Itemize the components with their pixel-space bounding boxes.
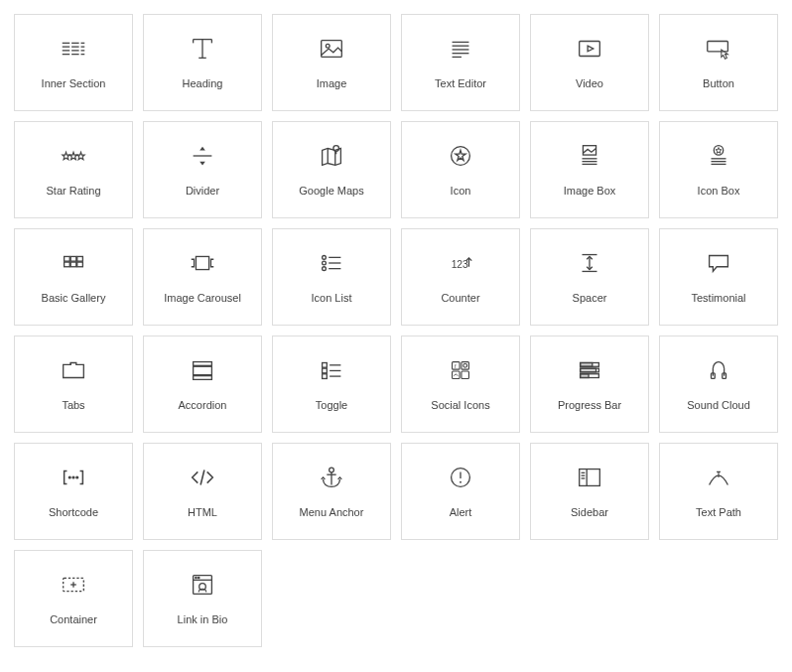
widget-text-path[interactable]: Text Path xyxy=(659,443,778,540)
svg-point-102 xyxy=(198,578,199,579)
spacer-icon xyxy=(575,248,604,278)
widget-image[interactable]: Image xyxy=(272,14,391,111)
widget-heading[interactable]: Heading xyxy=(143,14,262,111)
widget-label: Button xyxy=(703,77,734,90)
widget-label: Accordion xyxy=(179,399,227,412)
widget-accordion[interactable]: Accordion xyxy=(143,336,262,433)
svg-rect-40 xyxy=(70,257,76,262)
widget-label: Social Icons xyxy=(431,399,489,412)
link-in-bio-icon xyxy=(188,570,217,600)
widget-label: Sound Cloud xyxy=(687,399,750,412)
widget-label: Divider xyxy=(186,185,219,198)
widget-image-box[interactable]: Image Box xyxy=(530,121,649,218)
svg-point-48 xyxy=(323,262,327,266)
widget-label: Heading xyxy=(183,77,223,90)
widget-label: Video xyxy=(576,77,603,90)
widget-label: Link in Bio xyxy=(178,613,228,626)
widget-sound-cloud[interactable]: Sound Cloud xyxy=(659,336,778,433)
svg-point-90 xyxy=(460,481,462,483)
svg-rect-25 xyxy=(708,42,728,52)
widget-text-editor[interactable]: Text Editor xyxy=(401,14,520,111)
widgets-grid: Inner Section Heading Image Text Editor … xyxy=(14,14,778,647)
svg-point-50 xyxy=(323,267,327,271)
testimonial-icon xyxy=(704,248,733,278)
svg-rect-42 xyxy=(65,262,70,267)
widget-icon-list[interactable]: Icon List xyxy=(272,228,391,326)
widget-label: Icon List xyxy=(312,292,352,305)
widget-progress-bar[interactable]: Progress Bar xyxy=(530,336,649,433)
heading-icon xyxy=(188,34,217,64)
sound-cloud-icon xyxy=(704,355,733,385)
widget-label: Google Maps xyxy=(299,185,363,198)
widget-button[interactable]: Button xyxy=(659,14,778,111)
html-icon xyxy=(188,463,217,492)
google-maps-icon xyxy=(317,141,346,171)
widget-image-carousel[interactable]: Image Carousel xyxy=(143,228,262,326)
widget-label: Container xyxy=(50,613,97,626)
counter-icon: 123 xyxy=(446,248,475,278)
widget-sidebar[interactable]: Sidebar xyxy=(530,443,649,540)
widget-link-in-bio[interactable]: Link in Bio xyxy=(143,550,262,647)
basic-gallery-icon xyxy=(59,248,88,278)
widget-label: Image Box xyxy=(564,185,616,198)
widget-testimonial[interactable]: Testimonial xyxy=(659,228,778,326)
svg-rect-39 xyxy=(65,257,70,262)
tabs-icon xyxy=(59,355,88,385)
text-path-icon xyxy=(704,463,733,492)
svg-rect-24 xyxy=(580,42,600,57)
inner-section-icon xyxy=(59,34,88,64)
svg-rect-65 xyxy=(323,374,328,379)
widget-icon-box[interactable]: Icon Box xyxy=(659,121,778,218)
svg-point-85 xyxy=(330,469,334,473)
shortcode-icon xyxy=(59,463,88,492)
alert-icon xyxy=(446,463,475,492)
widget-alert[interactable]: Alert xyxy=(401,443,520,540)
widget-social-icons[interactable]: f Social Icons xyxy=(401,336,520,433)
widget-counter[interactable]: 123 Counter xyxy=(401,228,520,326)
svg-point-101 xyxy=(196,578,197,579)
svg-rect-59 xyxy=(194,367,212,375)
svg-rect-61 xyxy=(323,363,328,368)
widget-label: Star Rating xyxy=(46,185,100,198)
social-icons-icon: f xyxy=(446,355,475,385)
image-icon xyxy=(317,34,346,64)
widget-container[interactable]: Container xyxy=(14,550,133,647)
svg-point-81 xyxy=(68,477,70,479)
widget-tabs[interactable]: Tabs xyxy=(14,336,133,433)
svg-rect-45 xyxy=(196,257,208,270)
icon-icon xyxy=(446,141,475,171)
widget-toggle[interactable]: Toggle xyxy=(272,336,391,433)
svg-point-18 xyxy=(326,45,330,49)
text-editor-icon xyxy=(446,34,475,64)
widget-divider[interactable]: Divider xyxy=(143,121,262,218)
widget-label: Alert xyxy=(450,506,472,519)
widget-label: Text Path xyxy=(696,506,741,519)
widget-spacer[interactable]: Spacer xyxy=(530,228,649,326)
star-rating-icon xyxy=(59,141,88,171)
widget-icon[interactable]: Icon xyxy=(401,121,520,218)
button-icon xyxy=(704,34,733,64)
widget-label: Tabs xyxy=(62,399,84,412)
widget-google-maps[interactable]: Google Maps xyxy=(272,121,391,218)
widget-basic-gallery[interactable]: Basic Gallery xyxy=(14,228,133,326)
accordion-icon xyxy=(188,355,217,385)
svg-line-84 xyxy=(200,470,204,485)
widget-html[interactable]: HTML xyxy=(143,443,262,540)
widget-star-rating[interactable]: Star Rating xyxy=(14,121,133,218)
widget-label: Counter xyxy=(441,292,479,305)
image-carousel-icon xyxy=(188,248,217,278)
svg-point-83 xyxy=(76,477,78,479)
widget-label: Image xyxy=(317,77,347,90)
widget-shortcode[interactable]: Shortcode xyxy=(14,443,133,540)
divider-icon xyxy=(188,141,217,171)
widget-label: Image Carousel xyxy=(164,292,241,305)
widget-inner-section[interactable]: Inner Section xyxy=(14,14,133,111)
progress-bar-icon xyxy=(575,355,604,385)
svg-rect-74 xyxy=(581,363,593,367)
svg-point-82 xyxy=(72,477,74,479)
widget-label: Sidebar xyxy=(571,506,608,519)
widget-menu-anchor[interactable]: Menu Anchor xyxy=(272,443,391,540)
widget-label: Shortcode xyxy=(49,506,98,519)
menu-anchor-icon xyxy=(317,463,346,492)
widget-video[interactable]: Video xyxy=(530,14,649,111)
